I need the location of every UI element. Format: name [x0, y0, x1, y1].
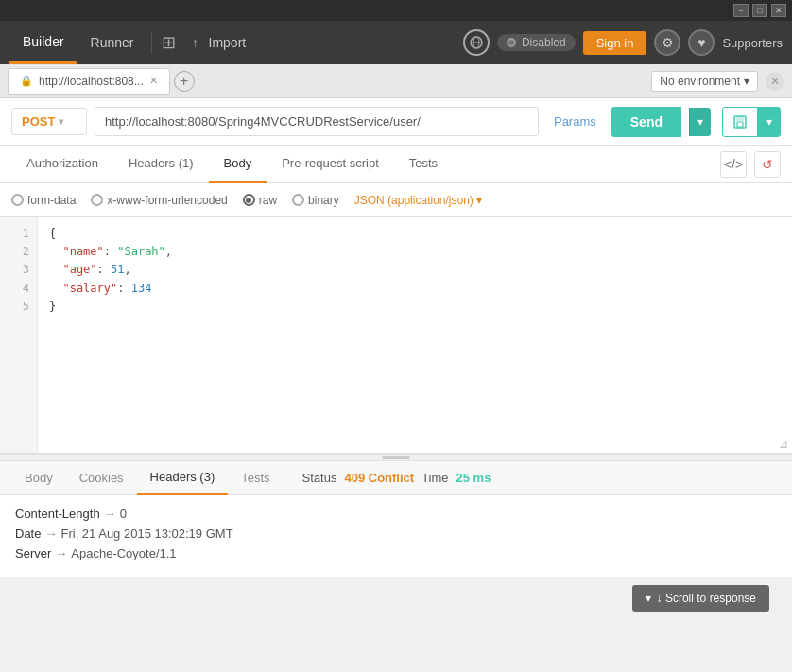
resp-tab-tests[interactable]: Tests	[228, 461, 283, 495]
format-select[interactable]: JSON (application/json) ▾	[354, 194, 482, 207]
scroll-btn-container: ▾ ↓ Scroll to response	[0, 577, 792, 619]
response-header-row-1: Content-Length → 0	[15, 507, 777, 521]
response-body: Content-Length → 0 Date → Fri, 21 Aug 20…	[0, 495, 792, 577]
code-line-1: {	[49, 225, 781, 243]
main-tabs: Authorization Headers (1) Body Pre-reque…	[0, 146, 792, 183]
refresh-icon[interactable]: ↺	[754, 151, 781, 178]
tab-close-icon[interactable]: ✕	[149, 75, 158, 87]
nav-tab-runner[interactable]: Runner	[77, 21, 147, 64]
save-dropdown-button[interactable]: ▾	[758, 107, 781, 137]
maximize-button[interactable]: □	[752, 4, 767, 17]
splitter-handle	[382, 456, 410, 459]
code-editor: 1 2 3 4 5 { "name" : "Sarah" , "age" : 5…	[0, 217, 792, 454]
sign-in-button[interactable]: Sign in	[583, 31, 647, 55]
tab-tests[interactable]: Tests	[394, 146, 453, 183]
binary-radio[interactable]	[292, 194, 304, 206]
resp-tab-body[interactable]: Body	[11, 461, 66, 495]
raw-radio[interactable]	[243, 194, 255, 206]
svg-rect-5	[737, 122, 743, 127]
supporters-label[interactable]: Supporters	[722, 36, 783, 50]
nav-right: Disabled Sign in ⚙ ♥ Supporters	[463, 29, 783, 56]
request-bar: POST ▾ Params Send ▾ ▾	[0, 98, 792, 146]
resize-handle[interactable]: ⊿	[779, 438, 788, 451]
code-content[interactable]: { "name" : "Sarah" , "age" : 51 , "salar…	[38, 217, 792, 453]
scroll-to-response-button[interactable]: ▾ ↓ Scroll to response	[632, 585, 769, 612]
code-line-5: }	[49, 298, 781, 316]
tab-body[interactable]: Body	[209, 146, 267, 183]
heart-icon[interactable]: ♥	[688, 29, 715, 56]
environment-select[interactable]: No environment ▾	[651, 71, 758, 92]
import-icon[interactable]: ↑	[182, 29, 209, 56]
layout-icon[interactable]: ⊞	[156, 29, 182, 56]
send-dropdown-button[interactable]: ▾	[689, 108, 711, 136]
code-line-2: "name" : "Sarah" ,	[49, 243, 781, 261]
response-status: Status 409 Conflict Time 25 ms	[302, 471, 491, 485]
code-line-4: "salary" : 134	[49, 280, 781, 298]
nav-tab-builder[interactable]: Builder	[9, 21, 77, 64]
new-tab-button[interactable]: +	[174, 71, 195, 92]
urlencoded-option[interactable]: x-www-form-urlencoded	[91, 194, 227, 207]
resp-tab-cookies[interactable]: Cookies	[66, 461, 137, 495]
lock-icon: 🔒	[20, 75, 33, 87]
line-numbers: 1 2 3 4 5	[0, 217, 38, 453]
tab-icons: </> ↺	[720, 151, 781, 178]
resp-tab-headers[interactable]: Headers (3)	[137, 461, 229, 495]
tab-headers[interactable]: Headers (1)	[113, 146, 209, 183]
chevron-down-icon: ▾	[646, 592, 651, 605]
settings-icon[interactable]: ⚙	[654, 29, 680, 56]
tab-right: No environment ▾ ✕	[651, 71, 784, 92]
minimize-button[interactable]: −	[733, 4, 749, 17]
nav-bar: Builder Runner ⊞ ↑ Import Disabled Sign …	[0, 21, 792, 64]
tab-bar: 🔒 http://localhost:808... ✕ + No environ…	[0, 64, 792, 98]
svg-rect-4	[736, 116, 744, 121]
save-button[interactable]	[722, 107, 758, 137]
code-line-3: "age" : 51 ,	[49, 261, 781, 279]
send-button[interactable]: Send	[611, 107, 681, 137]
response-header-row-3: Server → Apache-Coyote/1.1	[15, 546, 777, 560]
globe-icon[interactable]	[463, 29, 490, 56]
code-icon[interactable]: </>	[720, 151, 747, 178]
method-arrow: ▾	[59, 116, 63, 127]
request-tab[interactable]: 🔒 http://localhost:808... ✕	[8, 68, 170, 95]
body-options: form-data x-www-form-urlencoded raw bina…	[0, 183, 792, 217]
response-header-row-2: Date → Fri, 21 Aug 2015 13:02:19 GMT	[15, 526, 777, 541]
tab-authorization[interactable]: Authorization	[11, 146, 113, 183]
nav-divider	[151, 31, 152, 54]
raw-option[interactable]: raw	[243, 194, 277, 207]
urlencoded-radio[interactable]	[91, 194, 103, 206]
title-bar: − □ ✕	[0, 0, 792, 21]
close-button[interactable]: ✕	[771, 4, 786, 17]
form-data-radio[interactable]	[11, 194, 24, 206]
disabled-badge: Disabled	[497, 34, 576, 51]
binary-option[interactable]: binary	[292, 194, 339, 207]
disabled-dot	[507, 38, 516, 47]
tab-prerequest[interactable]: Pre-request script	[267, 146, 394, 183]
tab-url: http://localhost:808...	[39, 75, 144, 88]
response-tabs: Body Cookies Headers (3) Tests Status 40…	[0, 461, 792, 495]
url-input[interactable]	[95, 107, 539, 136]
params-button[interactable]: Params	[546, 114, 604, 129]
import-label[interactable]: Import	[209, 35, 247, 50]
form-data-option[interactable]: form-data	[11, 194, 76, 207]
method-select[interactable]: POST ▾	[11, 108, 87, 135]
env-clear-button[interactable]: ✕	[766, 72, 784, 91]
